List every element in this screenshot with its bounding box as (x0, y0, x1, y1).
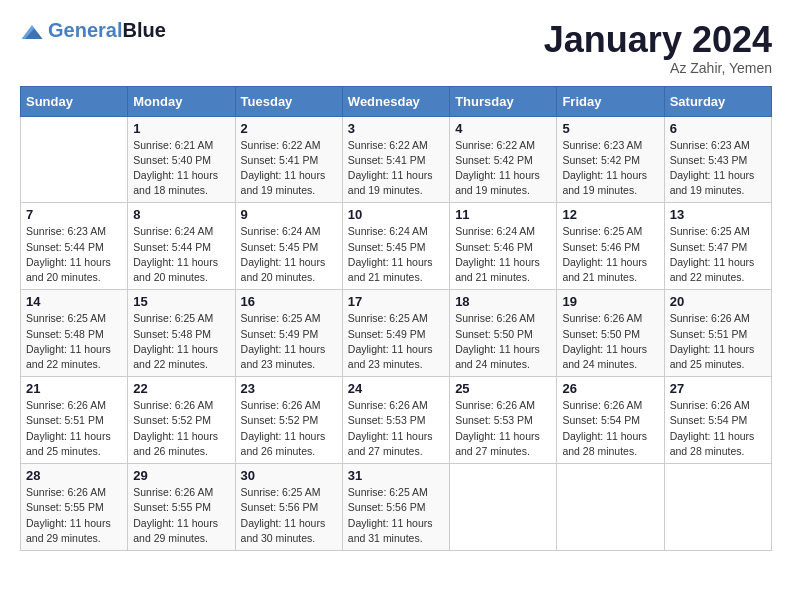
day-info: Sunrise: 6:24 AMSunset: 5:46 PMDaylight:… (455, 224, 551, 285)
day-info: Sunrise: 6:25 AMSunset: 5:48 PMDaylight:… (26, 311, 122, 372)
day-info: Sunrise: 6:25 AMSunset: 5:56 PMDaylight:… (241, 485, 337, 546)
week-row-1: 1Sunrise: 6:21 AMSunset: 5:40 PMDaylight… (21, 116, 772, 203)
day-number: 31 (348, 468, 444, 483)
day-info: Sunrise: 6:26 AMSunset: 5:52 PMDaylight:… (241, 398, 337, 459)
day-cell: 22Sunrise: 6:26 AMSunset: 5:52 PMDayligh… (128, 377, 235, 464)
page-header: GeneralBlue January 2024 Az Zahir, Yemen (20, 20, 772, 76)
day-info: Sunrise: 6:26 AMSunset: 5:55 PMDaylight:… (133, 485, 229, 546)
day-info: Sunrise: 6:24 AMSunset: 5:44 PMDaylight:… (133, 224, 229, 285)
day-cell: 17Sunrise: 6:25 AMSunset: 5:49 PMDayligh… (342, 290, 449, 377)
day-cell: 2Sunrise: 6:22 AMSunset: 5:41 PMDaylight… (235, 116, 342, 203)
day-cell: 27Sunrise: 6:26 AMSunset: 5:54 PMDayligh… (664, 377, 771, 464)
day-cell: 16Sunrise: 6:25 AMSunset: 5:49 PMDayligh… (235, 290, 342, 377)
day-number: 22 (133, 381, 229, 396)
day-cell: 20Sunrise: 6:26 AMSunset: 5:51 PMDayligh… (664, 290, 771, 377)
day-number: 15 (133, 294, 229, 309)
day-number: 7 (26, 207, 122, 222)
day-info: Sunrise: 6:26 AMSunset: 5:50 PMDaylight:… (562, 311, 658, 372)
day-cell: 8Sunrise: 6:24 AMSunset: 5:44 PMDaylight… (128, 203, 235, 290)
day-cell: 11Sunrise: 6:24 AMSunset: 5:46 PMDayligh… (450, 203, 557, 290)
logo-icon (20, 25, 44, 39)
day-number: 19 (562, 294, 658, 309)
day-number: 21 (26, 381, 122, 396)
day-number: 23 (241, 381, 337, 396)
day-number: 12 (562, 207, 658, 222)
day-cell: 12Sunrise: 6:25 AMSunset: 5:46 PMDayligh… (557, 203, 664, 290)
header-cell-tuesday: Tuesday (235, 86, 342, 116)
day-cell (21, 116, 128, 203)
day-number: 4 (455, 121, 551, 136)
day-info: Sunrise: 6:25 AMSunset: 5:46 PMDaylight:… (562, 224, 658, 285)
day-info: Sunrise: 6:23 AMSunset: 5:44 PMDaylight:… (26, 224, 122, 285)
day-number: 3 (348, 121, 444, 136)
logo: GeneralBlue (20, 20, 166, 41)
day-info: Sunrise: 6:21 AMSunset: 5:40 PMDaylight:… (133, 138, 229, 199)
day-number: 24 (348, 381, 444, 396)
month-title: January 2024 (544, 20, 772, 60)
day-cell: 29Sunrise: 6:26 AMSunset: 5:55 PMDayligh… (128, 464, 235, 551)
day-number: 6 (670, 121, 766, 136)
day-info: Sunrise: 6:26 AMSunset: 5:50 PMDaylight:… (455, 311, 551, 372)
day-info: Sunrise: 6:25 AMSunset: 5:49 PMDaylight:… (348, 311, 444, 372)
day-info: Sunrise: 6:22 AMSunset: 5:41 PMDaylight:… (348, 138, 444, 199)
day-info: Sunrise: 6:24 AMSunset: 5:45 PMDaylight:… (348, 224, 444, 285)
day-cell: 23Sunrise: 6:26 AMSunset: 5:52 PMDayligh… (235, 377, 342, 464)
day-number: 26 (562, 381, 658, 396)
header-cell-wednesday: Wednesday (342, 86, 449, 116)
day-number: 8 (133, 207, 229, 222)
day-cell: 13Sunrise: 6:25 AMSunset: 5:47 PMDayligh… (664, 203, 771, 290)
day-cell: 21Sunrise: 6:26 AMSunset: 5:51 PMDayligh… (21, 377, 128, 464)
day-number: 13 (670, 207, 766, 222)
day-cell: 3Sunrise: 6:22 AMSunset: 5:41 PMDaylight… (342, 116, 449, 203)
header-cell-saturday: Saturday (664, 86, 771, 116)
day-cell: 1Sunrise: 6:21 AMSunset: 5:40 PMDaylight… (128, 116, 235, 203)
day-number: 9 (241, 207, 337, 222)
day-cell: 9Sunrise: 6:24 AMSunset: 5:45 PMDaylight… (235, 203, 342, 290)
day-cell: 6Sunrise: 6:23 AMSunset: 5:43 PMDaylight… (664, 116, 771, 203)
calendar-table: SundayMondayTuesdayWednesdayThursdayFrid… (20, 86, 772, 551)
day-cell (557, 464, 664, 551)
day-number: 27 (670, 381, 766, 396)
day-info: Sunrise: 6:22 AMSunset: 5:41 PMDaylight:… (241, 138, 337, 199)
day-number: 11 (455, 207, 551, 222)
logo-line1: GeneralBlue (48, 20, 166, 41)
day-cell: 7Sunrise: 6:23 AMSunset: 5:44 PMDaylight… (21, 203, 128, 290)
day-info: Sunrise: 6:25 AMSunset: 5:56 PMDaylight:… (348, 485, 444, 546)
location-subtitle: Az Zahir, Yemen (544, 60, 772, 76)
day-number: 30 (241, 468, 337, 483)
day-number: 10 (348, 207, 444, 222)
day-info: Sunrise: 6:26 AMSunset: 5:55 PMDaylight:… (26, 485, 122, 546)
day-number: 2 (241, 121, 337, 136)
day-number: 5 (562, 121, 658, 136)
week-row-5: 28Sunrise: 6:26 AMSunset: 5:55 PMDayligh… (21, 464, 772, 551)
day-cell (450, 464, 557, 551)
calendar-header-row: SundayMondayTuesdayWednesdayThursdayFrid… (21, 86, 772, 116)
day-cell: 31Sunrise: 6:25 AMSunset: 5:56 PMDayligh… (342, 464, 449, 551)
week-row-4: 21Sunrise: 6:26 AMSunset: 5:51 PMDayligh… (21, 377, 772, 464)
day-number: 18 (455, 294, 551, 309)
day-info: Sunrise: 6:26 AMSunset: 5:51 PMDaylight:… (670, 311, 766, 372)
header-cell-sunday: Sunday (21, 86, 128, 116)
day-cell: 24Sunrise: 6:26 AMSunset: 5:53 PMDayligh… (342, 377, 449, 464)
day-info: Sunrise: 6:26 AMSunset: 5:52 PMDaylight:… (133, 398, 229, 459)
day-info: Sunrise: 6:25 AMSunset: 5:49 PMDaylight:… (241, 311, 337, 372)
day-number: 25 (455, 381, 551, 396)
day-number: 28 (26, 468, 122, 483)
day-info: Sunrise: 6:23 AMSunset: 5:42 PMDaylight:… (562, 138, 658, 199)
day-info: Sunrise: 6:26 AMSunset: 5:54 PMDaylight:… (670, 398, 766, 459)
day-info: Sunrise: 6:26 AMSunset: 5:54 PMDaylight:… (562, 398, 658, 459)
day-cell: 19Sunrise: 6:26 AMSunset: 5:50 PMDayligh… (557, 290, 664, 377)
header-cell-monday: Monday (128, 86, 235, 116)
calendar-body: 1Sunrise: 6:21 AMSunset: 5:40 PMDaylight… (21, 116, 772, 550)
day-cell: 5Sunrise: 6:23 AMSunset: 5:42 PMDaylight… (557, 116, 664, 203)
day-cell: 25Sunrise: 6:26 AMSunset: 5:53 PMDayligh… (450, 377, 557, 464)
day-cell: 10Sunrise: 6:24 AMSunset: 5:45 PMDayligh… (342, 203, 449, 290)
day-number: 17 (348, 294, 444, 309)
day-number: 29 (133, 468, 229, 483)
day-info: Sunrise: 6:26 AMSunset: 5:53 PMDaylight:… (455, 398, 551, 459)
day-info: Sunrise: 6:25 AMSunset: 5:48 PMDaylight:… (133, 311, 229, 372)
day-info: Sunrise: 6:26 AMSunset: 5:51 PMDaylight:… (26, 398, 122, 459)
day-number: 1 (133, 121, 229, 136)
day-cell: 14Sunrise: 6:25 AMSunset: 5:48 PMDayligh… (21, 290, 128, 377)
day-number: 16 (241, 294, 337, 309)
